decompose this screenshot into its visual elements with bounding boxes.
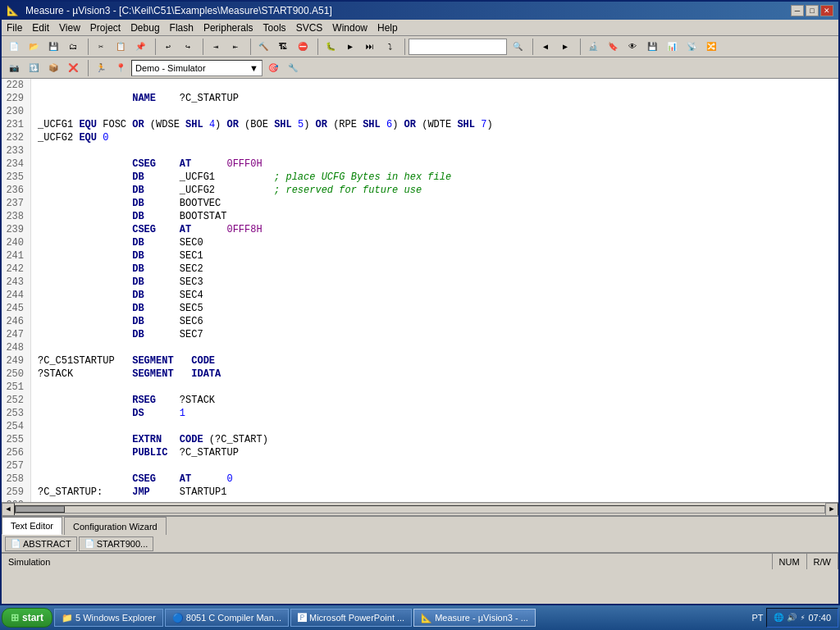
- separator7: [530, 39, 533, 55]
- menu-edit[interactable]: Edit: [27, 21, 54, 35]
- tab-configuration-wizard[interactable]: Configuration Wizard: [64, 517, 167, 535]
- menu-tools[interactable]: Tools: [258, 21, 291, 35]
- app-icon: 📐: [7, 5, 19, 16]
- horizontal-scroll-track[interactable]: [15, 505, 825, 514]
- paste-button[interactable]: 📌: [131, 39, 149, 55]
- horizontal-scrollbar[interactable]: ◀ ▶: [2, 502, 838, 515]
- toolbar2-btn6[interactable]: 📍: [112, 60, 130, 76]
- menu-help[interactable]: Help: [372, 21, 403, 35]
- search-box: [409, 39, 507, 55]
- step-button[interactable]: ⏭: [361, 39, 379, 55]
- new-button[interactable]: 📄: [5, 39, 23, 55]
- menu-debug[interactable]: Debug: [126, 21, 164, 35]
- bookmark-button[interactable]: 🔖: [604, 39, 622, 55]
- search-execute-button[interactable]: 🔍: [509, 39, 527, 55]
- network-icon: 🌐: [774, 613, 783, 623]
- serial-button[interactable]: 📡: [682, 39, 701, 55]
- toolbar2-btn3[interactable]: 📦: [44, 60, 62, 76]
- debug-button[interactable]: 🐛: [322, 39, 340, 55]
- horizontal-scroll-thumb[interactable]: [16, 506, 65, 513]
- cut-button[interactable]: ✂: [92, 39, 110, 55]
- taskbar-8051-compiler[interactable]: 🔵 8051 C Compiler Man...: [165, 609, 289, 627]
- status-rw-label: R/W: [814, 557, 831, 567]
- undo-button[interactable]: ↩: [159, 39, 177, 55]
- table-row: 248: [2, 341, 838, 354]
- compiler-label: 8051 C Compiler Man...: [186, 613, 281, 623]
- memory-button[interactable]: 💾: [643, 39, 661, 55]
- volume-icon: 🔊: [787, 613, 797, 623]
- file-tab-start900[interactable]: 📄 START900...: [79, 536, 154, 551]
- compiler-icon: 🔵: [172, 613, 184, 623]
- toolbar2-tool-btn[interactable]: 🔧: [284, 60, 302, 76]
- indent-button[interactable]: ⇥: [207, 39, 225, 55]
- table-row: 255 EXTRN CODE (?C_START): [2, 433, 838, 446]
- title-bar-left: 📐 Measure - µVision3 - [C:\Keil\C51\Exam…: [7, 5, 332, 16]
- table-row: 228: [2, 79, 838, 92]
- menu-svcs[interactable]: SVCS: [291, 21, 328, 35]
- separator5: [315, 39, 318, 55]
- save-button[interactable]: 💾: [44, 39, 62, 55]
- stepover-button[interactable]: ⤵: [381, 39, 399, 55]
- run-button[interactable]: ▶: [341, 39, 359, 55]
- tab-text-editor[interactable]: Text Editor: [2, 517, 62, 535]
- table-row: 259 ?C_STARTUP: JMP STARTUP1: [2, 486, 838, 499]
- save-all-button[interactable]: 🗂: [64, 39, 82, 55]
- file-tab-abstract[interactable]: 📄 ABSTRACT: [5, 536, 77, 551]
- toolbar2-btn2[interactable]: 🔃: [25, 60, 43, 76]
- menu-flash[interactable]: Flash: [165, 21, 199, 35]
- table-row: 250 ?STACK SEGMENT IDATA: [2, 368, 838, 381]
- start-label: start: [22, 612, 43, 623]
- inspect-button[interactable]: 🔬: [584, 39, 602, 55]
- outdent-button[interactable]: ⇤: [226, 39, 244, 55]
- scroll-right-button[interactable]: ▶: [825, 503, 838, 516]
- separator8: [578, 39, 581, 55]
- taskbar: ⊞ start 📁 5 Windows Explorer 🔵 8051 C Co…: [0, 605, 840, 630]
- scroll-left-button[interactable]: ◀: [2, 503, 15, 516]
- clock: 07:40: [808, 613, 831, 623]
- build-all-button[interactable]: 🏗: [274, 39, 292, 55]
- back-button[interactable]: ◀: [536, 39, 555, 55]
- menu-project[interactable]: Project: [85, 21, 126, 35]
- menu-view[interactable]: View: [54, 21, 85, 35]
- search-input[interactable]: [411, 42, 493, 52]
- perf-button[interactable]: 📊: [663, 39, 681, 55]
- table-row: 232 _UCFG2 EQU 0: [2, 131, 838, 144]
- redo-button[interactable]: ↪: [179, 39, 197, 55]
- table-row: 260: [2, 499, 838, 502]
- copy-button[interactable]: 📋: [112, 39, 130, 55]
- ppt-icon: 🅿: [298, 613, 307, 623]
- table-row: 251: [2, 381, 838, 394]
- editor-scroll[interactable]: 228 229 NAME ?C_STARTUP 230 231: [2, 79, 838, 502]
- status-num: NUM: [773, 554, 807, 569]
- taskbar-measure-uvision[interactable]: 📐 Measure - µVision3 - ...: [413, 609, 536, 627]
- menu-peripherals[interactable]: Peripherals: [199, 21, 258, 35]
- toolbar2-btn5[interactable]: 🏃: [92, 60, 110, 76]
- table-row: 244 DB SEC4: [2, 289, 838, 302]
- open-button[interactable]: 📂: [25, 39, 43, 55]
- power-icon: ⚡: [800, 613, 805, 623]
- toolbar2-btn4[interactable]: ❌: [64, 60, 82, 76]
- restore-button[interactable]: □: [806, 5, 819, 16]
- table-row: 258 CSEG AT 0: [2, 472, 838, 486]
- toolbar2-target-btn[interactable]: 🎯: [264, 60, 282, 76]
- dropdown-arrow: ▼: [249, 63, 258, 73]
- toolbar2-btn1[interactable]: 📷: [5, 60, 23, 76]
- menu-window[interactable]: Window: [327, 21, 372, 35]
- taskbar-powerpoint[interactable]: 🅿 Microsoft PowerPoint ...: [290, 609, 412, 627]
- stop-button[interactable]: ⛔: [294, 39, 312, 55]
- simulator-dropdown[interactable]: Demo - Simulator ▼: [131, 60, 262, 76]
- logic-button[interactable]: 🔀: [702, 39, 720, 55]
- uvision-label: Measure - µVision3 - ...: [435, 613, 528, 623]
- simulator-label: Demo - Simulator: [135, 63, 206, 73]
- build-button[interactable]: 🔨: [254, 39, 272, 55]
- taskbar-windows-explorer[interactable]: 📁 5 Windows Explorer: [54, 609, 163, 627]
- language-indicator: PT: [751, 613, 763, 623]
- menu-file[interactable]: File: [2, 21, 27, 35]
- minimize-button[interactable]: ─: [791, 5, 804, 16]
- watch-button[interactable]: 👁: [623, 39, 641, 55]
- close-button[interactable]: ✕: [820, 5, 833, 16]
- forward-button[interactable]: ▶: [556, 39, 574, 55]
- start-button[interactable]: ⊞ start: [2, 608, 52, 628]
- table-row: 240 DB SEC0: [2, 236, 838, 249]
- table-row: 256 PUBLIC ?C_STARTUP: [2, 446, 838, 459]
